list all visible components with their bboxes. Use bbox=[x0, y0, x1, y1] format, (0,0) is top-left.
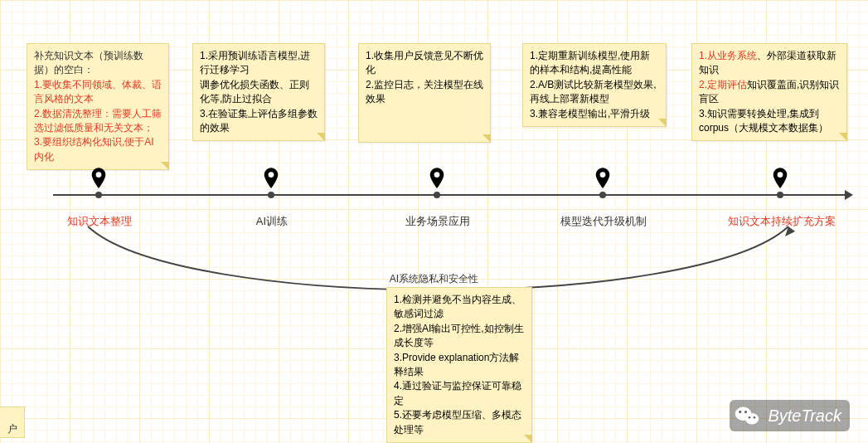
card-line: 2.A/B测试比较新老模型效果,再线上部署新模型 bbox=[530, 79, 657, 105]
card-line: 3.兼容老模型输出,平滑升级 bbox=[530, 108, 650, 119]
svg-point-5 bbox=[749, 416, 750, 418]
partial-card: 户 bbox=[0, 406, 25, 438]
location-pin-icon bbox=[91, 168, 106, 189]
svg-point-6 bbox=[754, 416, 755, 418]
card-business-scene: 1.收集用户反馈意见不断优化 2.监控日志，关注模型在线效果 bbox=[358, 43, 491, 143]
stage-label-knowledge-prep: 知识文本整理 bbox=[41, 214, 158, 229]
watermark-text: ByteTrack bbox=[768, 406, 841, 426]
card-line: 1.要收集不同领域、体裁、语言风格的文本 bbox=[34, 79, 162, 105]
card-line: 2.定期评估 bbox=[699, 79, 747, 90]
watermark: ByteTrack bbox=[730, 400, 850, 431]
partial-text: 户 bbox=[7, 423, 17, 435]
card-line: 3.在验证集上评估多组参数的效果 bbox=[200, 108, 318, 134]
card-line: 3.知识需要转换处理,集成到corpus（大规模文本数据集） bbox=[699, 108, 828, 134]
wechat-icon bbox=[735, 405, 759, 426]
card-line: 3.要组织结构化知识,便于AI内化 bbox=[34, 136, 154, 162]
card-knowledge-prep: 补充知识文本（预训练数据）的空白： 1.要收集不同领域、体裁、语言风格的文本 2… bbox=[27, 43, 169, 170]
card-line: 2.数据清洗整理：需要人工筛选过滤低质量和无关文本； bbox=[34, 108, 162, 134]
location-pin-icon bbox=[595, 168, 610, 189]
svg-point-2 bbox=[745, 413, 759, 425]
stage-label-model-iterate: 模型迭代升级机制 bbox=[546, 214, 662, 229]
svg-point-3 bbox=[739, 411, 742, 413]
location-pin-icon bbox=[264, 168, 279, 189]
card-model-iterate: 1.定期重新训练模型,使用新的样本和结构,提高性能 2.A/B测试比较新老模型效… bbox=[522, 43, 667, 127]
card-privacy-safety: 1.检测并避免不当内容生成、敏感词过滤 2.增强AI输出可控性,如控制生成长度等… bbox=[386, 287, 532, 443]
card-line: 1.采用预训练语言模型,进行迁移学习 bbox=[200, 50, 310, 75]
card-line: 补充知识文本（预训练数据）的空白： bbox=[34, 50, 143, 75]
card-knowledge-expand: 1.从业务系统、外部渠道获取新知识 2.定期评估知识覆盖面,识别知识盲区 3.知… bbox=[691, 43, 847, 141]
card-line: 3.Provide explanation方法解释结果 bbox=[394, 352, 519, 377]
timeline-dot bbox=[777, 192, 783, 198]
card-line: 1.检测并避免不当内容生成、敏感词过滤 bbox=[394, 294, 521, 319]
timeline-dot bbox=[599, 192, 606, 198]
stage-label-ai-training: AI训练 bbox=[214, 214, 330, 229]
timeline-arrow bbox=[53, 194, 851, 196]
arc-label: AI系统隐私和安全性 bbox=[0, 272, 868, 286]
card-ai-training: 1.采用预训练语言模型,进行迁移学习 调参优化损失函数、正则化等,防止过拟合 3… bbox=[192, 43, 325, 141]
card-line: 2.监控日志，关注模型在线效果 bbox=[366, 79, 483, 105]
card-line: 1.收集用户反馈意见不断优化 bbox=[366, 50, 483, 75]
location-pin-icon bbox=[429, 168, 444, 189]
stage-label-business-scene: 业务场景应用 bbox=[380, 214, 496, 229]
card-line: 4.通过验证与监控保证可靠稳定 bbox=[394, 380, 521, 406]
stage-label-knowledge-expand: 知识文本持续扩充方案 bbox=[728, 214, 836, 229]
timeline-dot bbox=[434, 192, 440, 198]
card-line: 5.还要考虑模型压缩、多模态处理等 bbox=[394, 409, 521, 435]
location-pin-icon bbox=[773, 168, 788, 189]
card-line: 调参优化损失函数、正则化等,防止过拟合 bbox=[200, 79, 309, 105]
timeline-dot bbox=[268, 192, 274, 198]
svg-point-4 bbox=[744, 411, 747, 413]
timeline-dot bbox=[95, 192, 102, 198]
card-line: 1.定期重新训练模型,使用新的样本和结构,提高性能 bbox=[530, 50, 650, 75]
card-line: 2.增强AI输出可控性,如控制生成长度等 bbox=[394, 323, 524, 348]
card-line: 1.从业务系统 bbox=[699, 50, 757, 61]
